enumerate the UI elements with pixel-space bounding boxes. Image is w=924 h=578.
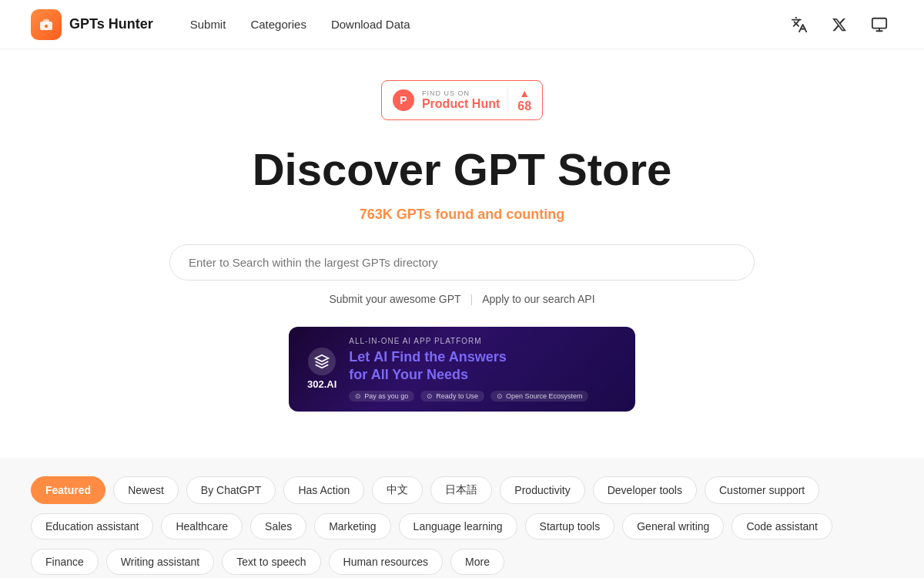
search-links-divider: | (470, 293, 474, 305)
filter-chip-customer-support[interactable]: Customer support (705, 476, 819, 504)
banner-pill-0: ⊙ Pay as you go (349, 391, 414, 402)
filter-chip-finance[interactable]: Finance (31, 549, 99, 575)
filter-chip-marketing[interactable]: Marketing (314, 513, 390, 539)
ph-find-us-label: FIND US ON (422, 89, 500, 97)
banner-pills: ⊙ Pay as you go ⊙ Ready to Use ⊙ Open So… (349, 391, 617, 402)
logo-text: GPTs Hunter (69, 16, 153, 32)
filter-row-2: Education assistantHealthcareSalesMarket… (31, 513, 893, 539)
filter-chip-sales[interactable]: Sales (250, 513, 306, 539)
filter-row-1: FeaturedNewestBy ChatGPTHas Action中文日本語P… (31, 476, 893, 504)
banner-headline: Let AI Find the Answersfor All Your Need… (349, 348, 617, 385)
ad-banner[interactable]: 302.AI All-in-one AI App Platform Let AI… (289, 327, 635, 412)
banner-headline-highlight: AI (373, 349, 387, 365)
search-links: Submit your awesome GPT | Apply to our s… (329, 293, 594, 305)
ph-arrow: ▲ (519, 87, 530, 99)
ph-logo-icon: P (393, 89, 414, 111)
hero-subtitle: 763K GPTs found and counting (360, 207, 565, 223)
banner-logo-text: 302.AI (307, 378, 336, 390)
filter-chip-featured[interactable]: Featured (31, 476, 105, 504)
ph-score-block: ▲ 68 (507, 87, 531, 113)
filter-chip-日本語[interactable]: 日本語 (430, 476, 492, 504)
nav-download-data[interactable]: Download Data (331, 18, 410, 31)
hero-subtitle-text: GPTs found and counting (393, 207, 565, 222)
filter-chip-more[interactable]: More (450, 549, 504, 575)
svg-rect-3 (872, 18, 886, 28)
nav-links: Submit Categories Download Data (190, 18, 785, 31)
translate-icon[interactable] (785, 11, 813, 39)
banner-headline-p2: Find the Answers (387, 349, 506, 365)
filter-chip-startup-tools[interactable]: Startup tools (525, 513, 615, 539)
filter-chip-developer-tools[interactable]: Developer tools (593, 476, 697, 504)
filter-chip-by-chatgpt[interactable]: By ChatGPT (186, 476, 276, 504)
logo-icon (31, 9, 62, 40)
ph-text-block: FIND US ON Product Hunt (422, 89, 500, 111)
filter-chip-general-writing[interactable]: General writing (622, 513, 724, 539)
search-container (169, 244, 755, 281)
filter-chip-has-action[interactable]: Has Action (283, 476, 364, 504)
banner-headline-p1: Let (349, 349, 373, 365)
ph-name: Product Hunt (422, 97, 500, 111)
banner-logo-icon (308, 348, 336, 375)
filter-chip-education-assistant[interactable]: Education assistant (31, 513, 153, 539)
banner-pill-1: ⊙ Ready to Use (420, 391, 484, 402)
nav-submit[interactable]: Submit (190, 18, 226, 31)
filter-row-3: FinanceWriting assistantText to speechHu… (31, 549, 893, 575)
filter-chip-中文[interactable]: 中文 (372, 476, 423, 504)
filter-chip-productivity[interactable]: Productivity (500, 476, 584, 504)
ph-score: 68 (517, 99, 531, 113)
logo-link[interactable]: GPTs Hunter (31, 9, 153, 40)
banner-content: All-in-one AI App Platform Let AI Find t… (349, 337, 617, 402)
svg-point-2 (45, 25, 48, 28)
banner-platform-label: All-in-one AI App Platform (349, 337, 617, 345)
filter-chip-code-assistant[interactable]: Code assistant (732, 513, 832, 539)
product-hunt-badge[interactable]: P FIND US ON Product Hunt ▲ 68 (381, 80, 543, 120)
filter-chip-human-resources[interactable]: Human resources (329, 549, 444, 575)
filter-chip-healthcare[interactable]: Healthcare (161, 513, 243, 539)
nav-icons (785, 11, 893, 39)
hero-section: P FIND US ON Product Hunt ▲ 68 Discover … (0, 49, 924, 427)
navbar: GPTs Hunter Submit Categories Download D… (0, 0, 924, 49)
filter-chip-writing-assistant[interactable]: Writing assistant (106, 549, 214, 575)
filter-chip-text-to-speech[interactable]: Text to speech (222, 549, 320, 575)
hero-title: Discover GPT Store (253, 145, 672, 194)
twitter-icon[interactable] (825, 11, 853, 39)
search-input[interactable] (169, 244, 755, 281)
submit-gpt-link[interactable]: Submit your awesome GPT (329, 293, 460, 305)
banner-headline-p3: for All Your Needs (349, 367, 468, 382)
filter-section: FeaturedNewestBy ChatGPTHas Action中文日本語P… (0, 458, 924, 578)
svg-rect-1 (43, 19, 49, 23)
filter-chip-language-learning[interactable]: Language learning (399, 513, 517, 539)
nav-categories[interactable]: Categories (250, 18, 306, 31)
banner-pill-2: ⊙ Open Source Ecosystem (490, 391, 589, 402)
banner-logo-area: 302.AI (307, 348, 336, 390)
hero-count: 763K (360, 207, 393, 222)
monitor-icon[interactable] (865, 11, 893, 39)
filter-chip-newest[interactable]: Newest (113, 476, 179, 504)
search-api-link[interactable]: Apply to our search API (482, 293, 594, 305)
